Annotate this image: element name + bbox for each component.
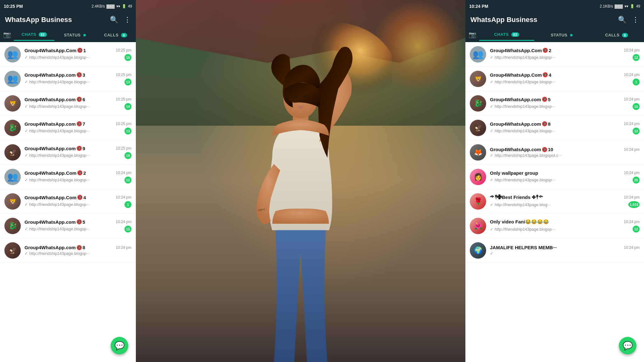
chat-name: Group4WhatsApp.Com🔞4 — [490, 72, 551, 78]
unread-badge: 14 — [125, 103, 131, 110]
chat-preview: ✓ http://friendship143page.blogsp··· — [25, 80, 90, 84]
tick-icon: ✓ — [25, 80, 28, 84]
chat-item[interactable]: 🦁 Group4WhatsApp.Com🔞4 10:24 pm ✓ http:/… — [0, 189, 136, 214]
tick-icon: ✓ — [490, 104, 493, 109]
menu-icon[interactable]: ⋮ — [124, 16, 131, 24]
restrict-icon: 🔞 — [77, 245, 82, 250]
chat-preview: ✓ http://friendship143page.blog··· — [490, 202, 551, 207]
chat-info: Group4WhatsApp.com🔞6 10:25 pm ✓ http://f… — [25, 97, 131, 110]
search-icon[interactable]: 🔍 — [110, 16, 118, 24]
tick-icon: ✓ — [490, 55, 493, 60]
chat-name-row: Group4WhatsApp.Com🔞2 10:24 pm — [490, 48, 640, 53]
chat-item[interactable]: 👥 Group4WhatsApp.Com🔞1 10:25 pm ✓ http:/… — [0, 42, 136, 67]
right-signal-icon: ▓▓▓ — [614, 4, 623, 8]
right-camera-icon[interactable]: 📷 — [465, 27, 479, 42]
chat-info: Group4WhatsApp.com🔞5 10:24 pm ✓ http://f… — [490, 97, 640, 110]
left-camera-icon[interactable]: 📷 — [0, 27, 14, 42]
tick-icon: ✓ — [25, 104, 28, 109]
chat-info: Group4WhatsApp.com🔞7 10:25 pm ✓ http://f… — [25, 121, 131, 134]
chat-preview-row: ✓ http://friendship143page.blogsp··· 12 — [490, 54, 640, 61]
tick-icon: ✓ — [490, 202, 493, 207]
chat-item[interactable]: 👩 Only wallpaper group 10:24 pm ✓ http:/… — [465, 165, 644, 189]
avatar: 🌍 — [470, 242, 486, 259]
chat-time: 10:24 pm — [624, 48, 640, 52]
right-menu-icon[interactable]: ⋮ — [632, 16, 639, 24]
chat-preview: ✓ http://friendship143page.blogsp··· — [25, 55, 90, 60]
restrict-icon: 🔞 — [77, 195, 82, 200]
left-tab-calls[interactable]: CALLS 6 — [95, 29, 136, 41]
chat-item[interactable]: 👥 Group4WhatsApp.Com🔞2 10:24 pm ✓ http:/… — [465, 42, 644, 67]
chat-item[interactable]: 🦁 Group4WhatsApp.com🔞6 10:25 pm ✓ http:/… — [0, 91, 136, 116]
unread-badge: 15 — [633, 103, 640, 110]
right-header-icons: 🔍 ⋮ — [618, 16, 639, 24]
chat-preview-row: ✓ http://friendship143page.blogsp··· 15 — [490, 103, 640, 110]
right-app-title: WhatsApp Business — [470, 16, 537, 24]
tick-icon: ✓ — [490, 153, 493, 158]
chat-item[interactable]: 🌺 Only video Fani😂😂😂😂 10:24 pm ✓ http://… — [465, 214, 644, 238]
right-status-bar: 10:24 PM 2.1KB/s ▓▓▓ ▾▾ 🔋 49 — [465, 0, 644, 13]
avatar: 👥 — [4, 46, 21, 63]
right-tab-chats[interactable]: CHATS 82 — [479, 28, 534, 41]
chat-info: Group4WhatsApp.com🔞5 10:24 pm ✓ http://f… — [25, 219, 131, 233]
right-search-icon[interactable]: 🔍 — [618, 16, 626, 24]
chat-item[interactable]: 👥 Group4WhatsApp.com🔞3 10:25 pm ✓ http:/… — [0, 67, 136, 91]
chat-name-row: ༺༒✤Best Friends ✤༒༻ 10:24 pm — [490, 195, 640, 200]
chat-item[interactable]: 🦅 Group4WhatsApp.com🔞8 10:24 pm ✓ http:/… — [465, 116, 644, 140]
tick-icon: ✓ — [490, 80, 493, 84]
chat-preview: ✓ http://friendship143page.blogsp··· — [490, 129, 555, 133]
chat-preview: ✓ http://friendship143page.blogsp··· — [490, 227, 555, 232]
chat-item[interactable]: 🐉 Group4WhatsApp.com🔞7 10:25 pm ✓ http:/… — [0, 116, 136, 140]
chat-item[interactable]: 🐉 Group4WhatsApp.com🔞5 10:24 pm ✓ http:/… — [0, 214, 136, 238]
chat-name: Group4WhatsApp.Com🔞4 — [25, 195, 86, 200]
chat-name: Only video Fani😂😂😂😂 — [490, 219, 549, 225]
right-tab-calls[interactable]: CALLS 6 — [589, 29, 644, 41]
chat-preview: ✓ http://friendship143page.blogsp··· — [25, 202, 90, 207]
chat-preview: ✓ http://friendship143page.blogsp··· — [25, 129, 90, 133]
restrict-icon: 🔞 — [543, 72, 548, 77]
chat-time: 10:24 pm — [116, 195, 131, 200]
chat-item[interactable]: 🌍 JAMALIFE HELPERS MEMB··· 10:24 pm ✓ — [465, 238, 644, 263]
left-tab-status[interactable]: STATUS — [54, 29, 95, 41]
avatar: 👥 — [470, 46, 486, 63]
right-panel-wrapper: 10:24 PM 2.1KB/s ▓▓▓ ▾▾ 🔋 49 WhatsApp Bu… — [465, 0, 644, 362]
chat-preview-row: ✓ http://friendship143page.blogsp··· 1 — [25, 201, 131, 208]
right-fab[interactable]: 💬 — [619, 337, 636, 354]
chat-time: 10:24 pm — [116, 220, 131, 224]
chat-item[interactable]: 🦁 Group4WhatsApp.Com🔞4 10:24 pm ✓ http:/… — [465, 67, 644, 91]
left-fab[interactable]: 💬 — [111, 337, 128, 354]
unread-badge: 13 — [125, 79, 131, 85]
left-tab-chats[interactable]: CHATS 82 — [14, 28, 54, 41]
chat-name-row: Group4WhatsApp.Com🔞1 10:25 pm — [25, 48, 131, 53]
right-time: 10:24 PM — [469, 4, 488, 9]
right-tab-status[interactable]: STATUS — [534, 29, 589, 41]
chat-item[interactable]: 🌹 ༺༒✤Best Friends ✤༒༻ 10:24 pm ✓ http://… — [465, 189, 644, 214]
chat-name: Group4WhatsApp.Com🔞2 — [490, 48, 551, 53]
tick-icon: ✓ — [25, 178, 28, 182]
chat-name: JAMALIFE HELPERS MEMB··· — [490, 245, 557, 250]
chat-item[interactable]: 🦅 Group4WhatsApp.com🔞8 10:24 pm ✓ http:/… — [0, 238, 136, 263]
unread-badge: 1,016 — [628, 201, 640, 208]
chat-preview-row: ✓ http://friendship143page.blogsp··· 13 — [25, 128, 131, 134]
chat-info: Only wallpaper group 10:24 pm ✓ http://f… — [490, 170, 640, 184]
chat-item[interactable]: 🦊 Group4WhatsApp.com🔞10 10:24 pm ✓ http:… — [465, 140, 644, 165]
chat-name: Group4WhatsApp.com🔞5 — [490, 97, 551, 102]
battery-icon: 🔋 — [122, 4, 126, 8]
left-fab-icon: 💬 — [114, 341, 125, 351]
restrict-icon: 🔞 — [77, 170, 82, 175]
chat-item[interactable]: 🐉 Group4WhatsApp.com🔞5 10:24 pm ✓ http:/… — [465, 91, 644, 116]
unread-badge: 1 — [125, 201, 131, 208]
chat-preview-row: ✓ http://friendship143page.blogsp··· 19 — [25, 152, 131, 159]
avatar: 👥 — [4, 71, 21, 87]
left-calls-badge: 6 — [121, 33, 127, 37]
chat-name-row: Group4WhatsApp.com🔞6 10:25 pm — [25, 97, 131, 102]
chat-preview-row: ✓ http://friendship143page.blogsp··· 25 — [490, 177, 640, 184]
unread-badge: 1 — [633, 79, 640, 85]
unread-badge: 12 — [633, 54, 640, 61]
chat-item[interactable]: 🦅 Group4WhatsApp.com🔞9 10:25 pm ✓ http:/… — [0, 140, 136, 165]
chat-name-row: Group4WhatsApp.com🔞9 10:25 pm — [25, 146, 131, 151]
chat-item[interactable]: 👥 Group4WhatsApp.Com🔞2 10:24 pm ✓ http:/… — [0, 165, 136, 189]
chat-time: 10:24 pm — [624, 97, 640, 101]
chat-name-row: JAMALIFE HELPERS MEMB··· 10:24 pm — [490, 245, 640, 250]
chat-preview: ✓ http://friendship143page.blogspot.c··· — [490, 153, 562, 158]
restrict-icon: 🔞 — [77, 48, 82, 53]
